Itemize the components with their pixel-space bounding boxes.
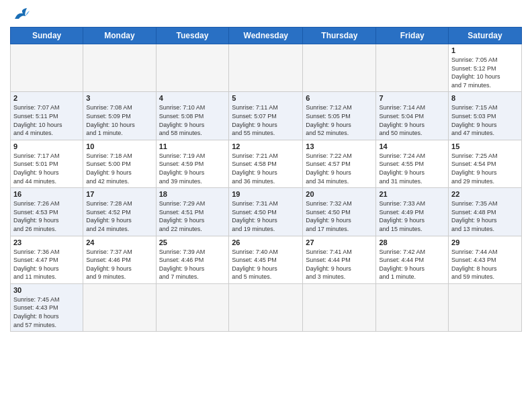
day-info: Sunrise: 7:26 AM Sunset: 4:53 PM Dayligh… — [13, 199, 80, 233]
calendar-cell: 6Sunrise: 7:12 AM Sunset: 5:05 PM Daylig… — [303, 92, 376, 140]
calendar-cell — [303, 283, 376, 331]
calendar-cell: 13Sunrise: 7:22 AM Sunset: 4:57 PM Dayli… — [303, 140, 376, 187]
calendar-cell: 14Sunrise: 7:24 AM Sunset: 4:55 PM Dayli… — [376, 140, 449, 187]
calendar-cell: 25Sunrise: 7:39 AM Sunset: 4:46 PM Dayli… — [156, 236, 229, 283]
day-info: Sunrise: 7:44 AM Sunset: 4:43 PM Dayligh… — [451, 248, 519, 281]
day-info: Sunrise: 7:36 AM Sunset: 4:47 PM Dayligh… — [13, 248, 80, 281]
calendar-week-5: 23Sunrise: 7:36 AM Sunset: 4:47 PM Dayli… — [11, 236, 522, 283]
day-number: 9 — [13, 142, 80, 150]
calendar-cell: 16Sunrise: 7:26 AM Sunset: 4:53 PM Dayli… — [11, 188, 83, 236]
calendar-cell: 12Sunrise: 7:21 AM Sunset: 4:58 PM Dayli… — [229, 140, 303, 187]
logo — [10, 7, 31, 21]
day-info: Sunrise: 7:08 AM Sunset: 5:09 PM Dayligh… — [86, 103, 152, 137]
calendar-cell: 15Sunrise: 7:25 AM Sunset: 4:54 PM Dayli… — [449, 140, 522, 187]
calendar-week-6: 30Sunrise: 7:45 AM Sunset: 4:43 PM Dayli… — [11, 283, 522, 331]
day-number: 4 — [159, 94, 226, 102]
day-info: Sunrise: 7:40 AM Sunset: 4:45 PM Dayligh… — [232, 248, 300, 281]
day-number: 18 — [159, 190, 226, 198]
day-number: 26 — [232, 238, 300, 246]
day-info: Sunrise: 7:19 AM Sunset: 4:59 PM Dayligh… — [159, 152, 226, 185]
day-number: 13 — [306, 142, 373, 150]
day-number: 8 — [451, 94, 519, 102]
calendar-cell: 5Sunrise: 7:11 AM Sunset: 5:07 PM Daylig… — [229, 92, 303, 140]
calendar-cell: 10Sunrise: 7:18 AM Sunset: 5:00 PM Dayli… — [83, 140, 156, 187]
weekday-header-thursday: Thursday — [303, 28, 376, 44]
day-number: 5 — [232, 94, 300, 102]
calendar-week-2: 2Sunrise: 7:07 AM Sunset: 5:11 PM Daylig… — [11, 92, 522, 140]
calendar-cell: 9Sunrise: 7:17 AM Sunset: 5:01 PM Daylig… — [11, 140, 83, 187]
day-number: 7 — [379, 94, 445, 102]
calendar-cell: 18Sunrise: 7:29 AM Sunset: 4:51 PM Dayli… — [156, 188, 229, 236]
day-info: Sunrise: 7:45 AM Sunset: 4:43 PM Dayligh… — [13, 295, 80, 329]
day-number: 15 — [451, 142, 519, 150]
calendar-week-4: 16Sunrise: 7:26 AM Sunset: 4:53 PM Dayli… — [11, 188, 522, 236]
day-info: Sunrise: 7:17 AM Sunset: 5:01 PM Dayligh… — [13, 152, 80, 185]
day-number: 1 — [451, 46, 519, 54]
weekday-header-friday: Friday — [376, 28, 449, 44]
calendar-cell: 19Sunrise: 7:31 AM Sunset: 4:50 PM Dayli… — [229, 188, 303, 236]
calendar-body: 1Sunrise: 7:05 AM Sunset: 5:12 PM Daylig… — [11, 44, 522, 332]
calendar-cell: 3Sunrise: 7:08 AM Sunset: 5:09 PM Daylig… — [83, 92, 156, 140]
day-number: 20 — [306, 190, 373, 198]
day-info: Sunrise: 7:05 AM Sunset: 5:12 PM Dayligh… — [451, 56, 519, 89]
calendar-cell: 21Sunrise: 7:33 AM Sunset: 4:49 PM Dayli… — [376, 188, 449, 236]
calendar-week-1: 1Sunrise: 7:05 AM Sunset: 5:12 PM Daylig… — [11, 44, 522, 92]
day-info: Sunrise: 7:14 AM Sunset: 5:04 PM Dayligh… — [379, 103, 445, 137]
calendar-cell: 2Sunrise: 7:07 AM Sunset: 5:11 PM Daylig… — [11, 92, 83, 140]
day-info: Sunrise: 7:35 AM Sunset: 4:48 PM Dayligh… — [451, 199, 519, 233]
day-number: 25 — [159, 238, 226, 246]
calendar: SundayMondayTuesdayWednesdayThursdayFrid… — [10, 27, 522, 332]
weekday-header-wednesday: Wednesday — [229, 28, 303, 44]
day-info: Sunrise: 7:22 AM Sunset: 4:57 PM Dayligh… — [306, 152, 373, 185]
weekday-header-saturday: Saturday — [449, 28, 522, 44]
logo-bird-icon — [12, 7, 31, 21]
calendar-cell — [229, 44, 303, 92]
calendar-cell: 26Sunrise: 7:40 AM Sunset: 4:45 PM Dayli… — [229, 236, 303, 283]
calendar-cell: 29Sunrise: 7:44 AM Sunset: 4:43 PM Dayli… — [449, 236, 522, 283]
calendar-header: SundayMondayTuesdayWednesdayThursdayFrid… — [11, 28, 522, 44]
day-info: Sunrise: 7:31 AM Sunset: 4:50 PM Dayligh… — [232, 199, 300, 233]
day-number: 27 — [306, 238, 373, 246]
day-number: 22 — [451, 190, 519, 198]
day-info: Sunrise: 7:33 AM Sunset: 4:49 PM Dayligh… — [379, 199, 445, 233]
weekday-header-monday: Monday — [83, 28, 156, 44]
calendar-cell: 8Sunrise: 7:15 AM Sunset: 5:03 PM Daylig… — [449, 92, 522, 140]
day-number: 10 — [86, 142, 152, 150]
day-number: 11 — [159, 142, 226, 150]
day-info: Sunrise: 7:21 AM Sunset: 4:58 PM Dayligh… — [232, 152, 300, 185]
calendar-cell: 22Sunrise: 7:35 AM Sunset: 4:48 PM Dayli… — [449, 188, 522, 236]
day-info: Sunrise: 7:37 AM Sunset: 4:46 PM Dayligh… — [86, 248, 152, 281]
calendar-cell: 30Sunrise: 7:45 AM Sunset: 4:43 PM Dayli… — [11, 283, 83, 331]
day-info: Sunrise: 7:15 AM Sunset: 5:03 PM Dayligh… — [451, 103, 519, 137]
day-info: Sunrise: 7:10 AM Sunset: 5:08 PM Dayligh… — [159, 103, 226, 137]
day-info: Sunrise: 7:42 AM Sunset: 4:44 PM Dayligh… — [379, 248, 445, 281]
calendar-cell — [156, 44, 229, 92]
calendar-cell — [11, 44, 83, 92]
calendar-cell: 7Sunrise: 7:14 AM Sunset: 5:04 PM Daylig… — [376, 92, 449, 140]
calendar-cell — [376, 44, 449, 92]
day-info: Sunrise: 7:18 AM Sunset: 5:00 PM Dayligh… — [86, 152, 152, 185]
day-number: 3 — [86, 94, 152, 102]
calendar-cell: 23Sunrise: 7:36 AM Sunset: 4:47 PM Dayli… — [11, 236, 83, 283]
page: SundayMondayTuesdayWednesdayThursdayFrid… — [0, 0, 532, 342]
day-info: Sunrise: 7:11 AM Sunset: 5:07 PM Dayligh… — [232, 103, 300, 137]
day-number: 6 — [306, 94, 373, 102]
calendar-cell — [83, 44, 156, 92]
calendar-cell — [83, 283, 156, 331]
day-number: 14 — [379, 142, 445, 150]
calendar-week-3: 9Sunrise: 7:17 AM Sunset: 5:01 PM Daylig… — [11, 140, 522, 187]
weekday-row: SundayMondayTuesdayWednesdayThursdayFrid… — [11, 28, 522, 44]
calendar-cell: 11Sunrise: 7:19 AM Sunset: 4:59 PM Dayli… — [156, 140, 229, 187]
calendar-cell: 17Sunrise: 7:28 AM Sunset: 4:52 PM Dayli… — [83, 188, 156, 236]
day-number: 12 — [232, 142, 300, 150]
day-info: Sunrise: 7:12 AM Sunset: 5:05 PM Dayligh… — [306, 103, 373, 137]
calendar-cell — [156, 283, 229, 331]
calendar-cell: 1Sunrise: 7:05 AM Sunset: 5:12 PM Daylig… — [449, 44, 522, 92]
calendar-cell — [229, 283, 303, 331]
day-number: 19 — [232, 190, 300, 198]
day-info: Sunrise: 7:07 AM Sunset: 5:11 PM Dayligh… — [13, 103, 80, 137]
calendar-cell: 28Sunrise: 7:42 AM Sunset: 4:44 PM Dayli… — [376, 236, 449, 283]
day-info: Sunrise: 7:41 AM Sunset: 4:44 PM Dayligh… — [306, 248, 373, 281]
day-info: Sunrise: 7:25 AM Sunset: 4:54 PM Dayligh… — [451, 152, 519, 185]
day-number: 29 — [451, 238, 519, 246]
